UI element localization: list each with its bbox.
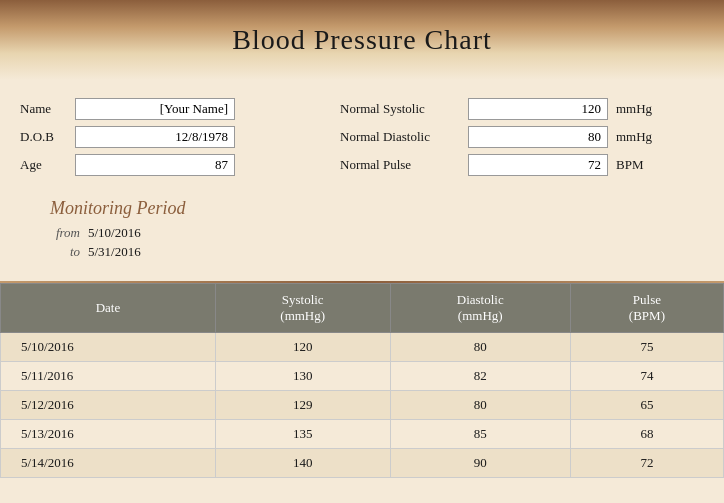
cell-date: 5/12/2016 bbox=[1, 391, 216, 420]
normal-diastolic-label: Normal Diastolic bbox=[340, 129, 460, 145]
cell-systolic: 135 bbox=[215, 420, 390, 449]
name-row: Name bbox=[20, 98, 300, 120]
cell-date: 5/13/2016 bbox=[1, 420, 216, 449]
col-diastolic: Diastolic(mmHg) bbox=[390, 284, 570, 333]
monitoring-section: Monitoring Period from 5/10/2016 to 5/31… bbox=[0, 186, 724, 271]
normal-diastolic-row: Normal Diastolic mmHg bbox=[340, 126, 656, 148]
age-row: Age bbox=[20, 154, 300, 176]
name-label: Name bbox=[20, 101, 65, 117]
cell-pulse: 68 bbox=[570, 420, 723, 449]
info-section: Name D.O.B Age Normal Systolic mmHg Norm… bbox=[0, 80, 724, 186]
monitoring-title: Monitoring Period bbox=[50, 198, 704, 219]
col-pulse: Pulse(BPM) bbox=[570, 284, 723, 333]
monitoring-to-row: to 5/31/2016 bbox=[50, 244, 704, 260]
normal-systolic-row: Normal Systolic mmHg bbox=[340, 98, 656, 120]
monitoring-from-label: from bbox=[50, 225, 80, 241]
normal-diastolic-input[interactable] bbox=[468, 126, 608, 148]
normal-systolic-label: Normal Systolic bbox=[340, 101, 460, 117]
table-section: Date Systolic(mmHg) Diastolic(mmHg) Puls… bbox=[0, 283, 724, 498]
cell-pulse: 72 bbox=[570, 449, 723, 478]
name-input[interactable] bbox=[75, 98, 235, 120]
dob-input[interactable] bbox=[75, 126, 235, 148]
cell-pulse: 65 bbox=[570, 391, 723, 420]
age-label: Age bbox=[20, 157, 65, 173]
cell-systolic: 120 bbox=[215, 333, 390, 362]
col-date: Date bbox=[1, 284, 216, 333]
cell-diastolic: 90 bbox=[390, 449, 570, 478]
age-input[interactable] bbox=[75, 154, 235, 176]
bp-table: Date Systolic(mmHg) Diastolic(mmHg) Puls… bbox=[0, 283, 724, 478]
col-systolic: Systolic(mmHg) bbox=[215, 284, 390, 333]
cell-diastolic: 85 bbox=[390, 420, 570, 449]
normal-systolic-input[interactable] bbox=[468, 98, 608, 120]
table-body: 5/10/201612080755/11/201613082745/12/201… bbox=[1, 333, 724, 478]
normal-pulse-input[interactable] bbox=[468, 154, 608, 176]
cell-diastolic: 80 bbox=[390, 391, 570, 420]
monitoring-from-row: from 5/10/2016 bbox=[50, 225, 704, 241]
cell-date: 5/10/2016 bbox=[1, 333, 216, 362]
table-header-row: Date Systolic(mmHg) Diastolic(mmHg) Puls… bbox=[1, 284, 724, 333]
cell-date: 5/11/2016 bbox=[1, 362, 216, 391]
table-row: 5/11/20161308274 bbox=[1, 362, 724, 391]
normal-pulse-unit: BPM bbox=[616, 157, 656, 173]
cell-diastolic: 80 bbox=[390, 333, 570, 362]
page-title: Blood Pressure Chart bbox=[232, 24, 492, 56]
cell-systolic: 129 bbox=[215, 391, 390, 420]
normal-systolic-unit: mmHg bbox=[616, 101, 656, 117]
dob-label: D.O.B bbox=[20, 129, 65, 145]
table-row: 5/14/20161409072 bbox=[1, 449, 724, 478]
cell-pulse: 74 bbox=[570, 362, 723, 391]
cell-systolic: 130 bbox=[215, 362, 390, 391]
cell-pulse: 75 bbox=[570, 333, 723, 362]
patient-info: Name D.O.B Age bbox=[20, 98, 300, 176]
dob-row: D.O.B bbox=[20, 126, 300, 148]
page-header: Blood Pressure Chart bbox=[0, 0, 724, 80]
table-row: 5/10/20161208075 bbox=[1, 333, 724, 362]
table-header: Date Systolic(mmHg) Diastolic(mmHg) Puls… bbox=[1, 284, 724, 333]
table-row: 5/13/20161358568 bbox=[1, 420, 724, 449]
monitoring-to-date: 5/31/2016 bbox=[88, 244, 141, 260]
monitoring-to-label: to bbox=[50, 244, 80, 260]
normal-pulse-label: Normal Pulse bbox=[340, 157, 460, 173]
cell-diastolic: 82 bbox=[390, 362, 570, 391]
normals-info: Normal Systolic mmHg Normal Diastolic mm… bbox=[340, 98, 656, 176]
normal-pulse-row: Normal Pulse BPM bbox=[340, 154, 656, 176]
cell-systolic: 140 bbox=[215, 449, 390, 478]
normal-diastolic-unit: mmHg bbox=[616, 129, 656, 145]
cell-date: 5/14/2016 bbox=[1, 449, 216, 478]
table-row: 5/12/20161298065 bbox=[1, 391, 724, 420]
monitoring-from-date: 5/10/2016 bbox=[88, 225, 141, 241]
